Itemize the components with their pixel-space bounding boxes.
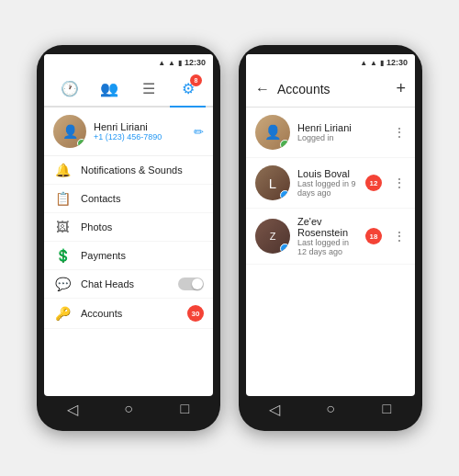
- account-avatar-henri: 👤: [255, 115, 290, 150]
- online-indicator: [77, 139, 86, 148]
- home-nav-btn-2[interactable]: ○: [322, 401, 339, 417]
- settings-badge: 8: [190, 74, 202, 86]
- signal-icon-2: ▲: [360, 59, 367, 67]
- signal-icon-1: ▲: [158, 59, 165, 67]
- account-name-louis: Louis Boval: [297, 168, 358, 179]
- message-badge-louis: 12: [365, 175, 382, 191]
- user-info: Henri Liriani +1 (123) 456-7890: [94, 121, 186, 142]
- photos-icon: 🖼: [53, 220, 72, 234]
- accounts-title: Accounts: [277, 82, 388, 96]
- menu-item-payments[interactable]: 💲 Payments: [44, 242, 213, 270]
- account-online-louis: [280, 190, 290, 200]
- tab-recent[interactable]: 🕐: [51, 71, 87, 106]
- account-item-louis[interactable]: L Louis Boval Last logged in 9 days ago …: [246, 158, 415, 209]
- message-badge-zeev: 18: [365, 228, 382, 244]
- photos-label: Photos: [81, 221, 204, 232]
- back-nav-btn-2[interactable]: ◁: [266, 401, 283, 417]
- account-item-henri[interactable]: 👤 Henri Liriani Logged in ⋮: [246, 108, 415, 158]
- user-profile-row[interactable]: 👤 Henri Liriani +1 (123) 456-7890 ✏: [44, 108, 213, 156]
- contacts-icon: 👥: [100, 80, 118, 97]
- add-account-button[interactable]: +: [396, 79, 406, 98]
- nav-bar-1: ◁ ○ □: [44, 396, 213, 422]
- more-options-louis[interactable]: ⋮: [393, 176, 406, 190]
- home-nav-btn-1[interactable]: ○: [120, 401, 137, 417]
- menu-item-contacts[interactable]: 📋 Contacts: [44, 185, 213, 213]
- contacts-menu-icon: 📋: [53, 191, 72, 206]
- phone-1-screen: ▲ ▲ ▮ 12:30 🕐 👥 ☰ ⚙ 8 👤: [44, 54, 213, 396]
- wifi-icon-1: ▲: [168, 59, 175, 67]
- menu-item-notifications[interactable]: 🔔 Notifications & Sounds: [44, 156, 213, 185]
- user-avatar: 👤: [53, 115, 86, 148]
- back-nav-btn-1[interactable]: ◁: [64, 401, 81, 417]
- account-info-zeev: Ze'ev Rosenstein Last logged in 12 days …: [297, 216, 358, 256]
- user-name: Henri Liriani: [94, 121, 186, 132]
- account-status-louis: Last logged in 9 days ago: [297, 179, 358, 198]
- battery-icon-1: ▮: [178, 59, 182, 67]
- tab-bar: 🕐 👥 ☰ ⚙ 8: [44, 71, 213, 108]
- tab-menu[interactable]: ☰: [130, 71, 166, 106]
- recents-nav-btn-2[interactable]: □: [378, 401, 395, 417]
- accounts-key-icon: 🔑: [53, 306, 72, 321]
- account-item-zeev[interactable]: Z Ze'ev Rosenstein Last logged in 12 day…: [246, 209, 415, 265]
- status-bar-1: ▲ ▲ ▮ 12:30: [44, 54, 213, 71]
- wifi-icon-2: ▲: [370, 59, 377, 67]
- account-name-zeev: Ze'ev Rosenstein: [297, 216, 358, 238]
- contacts-label: Contacts: [81, 193, 204, 204]
- more-options-zeev[interactable]: ⋮: [393, 229, 406, 244]
- phone-2-screen: ▲ ▲ ▮ 12:30 ← Accounts + 👤 Henri Liriani…: [246, 54, 415, 396]
- tab-settings[interactable]: ⚙ 8: [170, 71, 206, 106]
- account-info-henri: Henri Liriani Logged in: [297, 122, 382, 142]
- back-button[interactable]: ←: [255, 81, 270, 97]
- account-name-henri: Henri Liriani: [297, 122, 382, 133]
- accounts-label: Accounts: [81, 308, 178, 319]
- battery-icon-2: ▮: [380, 59, 384, 67]
- user-phone: +1 (123) 456-7890: [94, 132, 186, 142]
- phone-2: ▲ ▲ ▮ 12:30 ← Accounts + 👤 Henri Liriani…: [239, 45, 422, 431]
- menu-icon: ☰: [142, 80, 155, 97]
- time-1: 12:30: [185, 58, 206, 67]
- accounts-app-bar: ← Accounts +: [246, 71, 415, 108]
- account-online-henri: [280, 140, 290, 150]
- account-avatar-zeev: Z: [255, 219, 290, 254]
- tab-contacts[interactable]: 👥: [91, 71, 127, 106]
- nav-bar-2: ◁ ○ □: [246, 396, 415, 422]
- account-avatar-louis: L: [255, 165, 290, 200]
- menu-item-chatheads[interactable]: 💬 Chat Heads: [44, 270, 213, 299]
- phone-1: ▲ ▲ ▮ 12:30 🕐 👥 ☰ ⚙ 8 👤: [37, 45, 220, 431]
- status-bar-2: ▲ ▲ ▮ 12:30: [246, 54, 415, 71]
- more-options-henri[interactable]: ⋮: [393, 125, 406, 140]
- account-online-zeev: [280, 244, 290, 254]
- account-info-louis: Louis Boval Last logged in 9 days ago: [297, 168, 358, 198]
- payments-icon: 💲: [53, 248, 72, 263]
- menu-item-accounts[interactable]: 🔑 Accounts 30: [44, 299, 213, 329]
- chatheads-icon: 💬: [53, 277, 72, 291]
- account-status-zeev: Last logged in 12 days ago: [297, 238, 358, 256]
- recent-icon: 🕐: [61, 80, 79, 97]
- payments-label: Payments: [81, 250, 204, 261]
- recents-nav-btn-1[interactable]: □: [176, 401, 193, 417]
- chatheads-toggle[interactable]: [178, 278, 204, 290]
- notifications-icon: 🔔: [53, 163, 72, 177]
- notifications-label: Notifications & Sounds: [81, 164, 204, 176]
- account-status-henri: Logged in: [297, 133, 382, 142]
- chatheads-label: Chat Heads: [81, 278, 169, 289]
- time-2: 12:30: [386, 58, 408, 67]
- accounts-badge: 30: [187, 305, 204, 322]
- edit-icon[interactable]: ✏: [194, 125, 204, 139]
- menu-item-photos[interactable]: 🖼 Photos: [44, 213, 213, 242]
